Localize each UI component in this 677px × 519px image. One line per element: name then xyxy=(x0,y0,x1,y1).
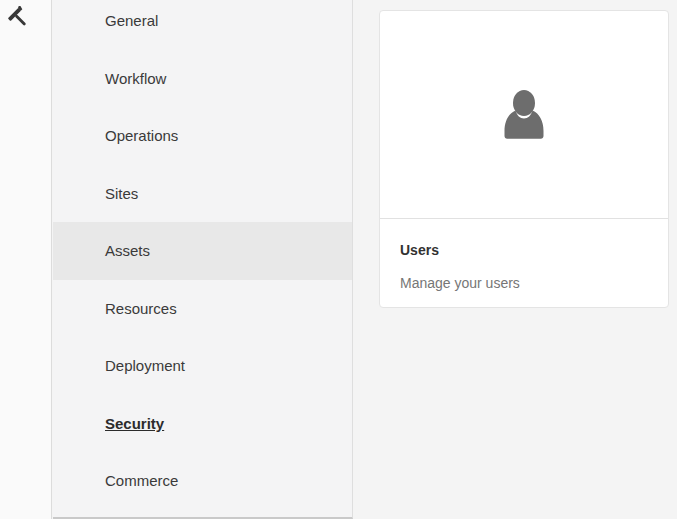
users-card-description: Manage your users xyxy=(400,275,648,291)
users-card-body: Users Manage your users xyxy=(380,219,668,291)
settings-category-menu: General Workflow Operations Sites Assets… xyxy=(53,0,353,519)
tools-rail xyxy=(0,0,52,519)
menu-item-label: Assets xyxy=(105,242,150,259)
menu-item-workflow[interactable]: Workflow xyxy=(53,50,352,108)
hammer-icon xyxy=(6,6,30,30)
menu-item-label: Sites xyxy=(105,185,138,202)
users-card[interactable]: Users Manage your users xyxy=(379,10,669,308)
menu-item-sites[interactable]: Sites xyxy=(53,165,352,223)
menu-item-resources[interactable]: Resources xyxy=(53,280,352,338)
menu-item-label: Workflow xyxy=(105,70,166,87)
content-area: Users Manage your users xyxy=(353,0,677,519)
menu-item-commerce[interactable]: Commerce xyxy=(53,452,352,510)
menu-item-label: Operations xyxy=(105,127,178,144)
menu-item-label: Security xyxy=(105,415,164,432)
user-icon xyxy=(500,90,548,139)
menu-item-assets[interactable]: Assets xyxy=(53,222,352,280)
users-card-title: Users xyxy=(400,242,648,258)
tools-hammer-button[interactable] xyxy=(4,4,32,32)
menu-item-label: Resources xyxy=(105,300,177,317)
menu-item-operations[interactable]: Operations xyxy=(53,107,352,165)
menu-item-label: General xyxy=(105,12,158,29)
menu-item-label: Commerce xyxy=(105,472,178,489)
menu-item-deployment[interactable]: Deployment xyxy=(53,337,352,395)
menu-item-label: Deployment xyxy=(105,357,185,374)
settings-category-list: General Workflow Operations Sites Assets… xyxy=(53,0,352,510)
menu-item-security[interactable]: Security xyxy=(53,395,352,453)
menu-item-general[interactable]: General xyxy=(53,0,352,50)
users-card-thumbnail xyxy=(380,11,668,219)
